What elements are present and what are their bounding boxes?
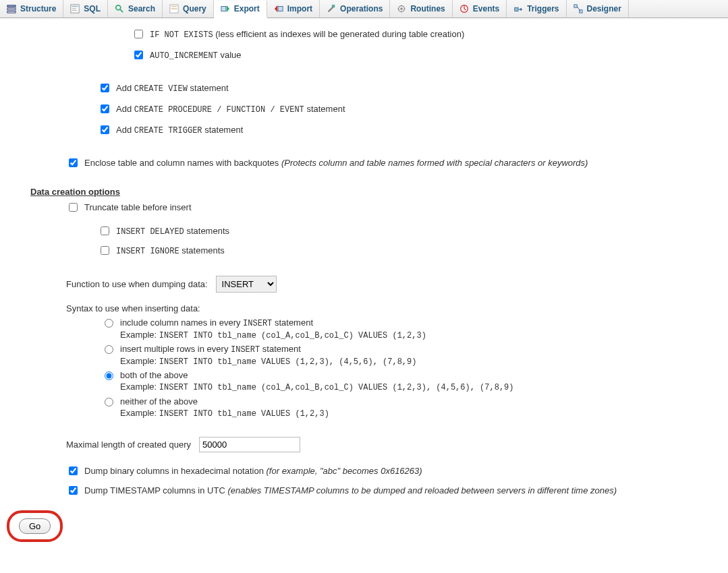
tab-import[interactable]: Import — [267, 0, 320, 18]
max-length-label: Maximal length of created query — [66, 440, 191, 450]
svg-rect-1 — [7, 8, 16, 10]
tab-label: Designer — [587, 4, 621, 13]
create-view-checkbox[interactable] — [101, 84, 109, 92]
tab-label: Triggers — [527, 4, 559, 13]
tab-structure[interactable]: Structure — [0, 0, 63, 18]
svg-rect-13 — [278, 7, 283, 11]
tab-label: Events — [473, 4, 499, 13]
tab-label: SQL — [84, 4, 101, 13]
export-icon — [221, 4, 230, 13]
svg-rect-0 — [7, 5, 16, 7]
tab-label: Query — [183, 4, 206, 13]
tab-query[interactable]: Query — [163, 0, 214, 18]
tab-label: Search — [128, 4, 155, 13]
import-icon — [274, 4, 283, 13]
tab-label: Routines — [410, 4, 445, 13]
syntax-radio-multirow[interactable] — [105, 345, 113, 354]
tab-events[interactable]: Events — [453, 0, 507, 18]
syntax-option-both: both of the above Example: INSERT INTO t… — [120, 370, 514, 393]
create-procedure-checkbox[interactable] — [101, 104, 109, 113]
utc-timestamp-label: Dump TIMESTAMP columns in UTC (enables T… — [84, 485, 617, 495]
dump-function-select[interactable]: INSERT — [216, 276, 277, 293]
svg-rect-14 — [332, 5, 335, 7]
insert-delayed-checkbox[interactable] — [101, 227, 109, 235]
search-icon — [115, 4, 124, 13]
syntax-option-colnames: include column names in every INSERT sta… — [120, 318, 426, 341]
tab-search[interactable]: Search — [108, 0, 163, 18]
tab-label: Operations — [340, 4, 383, 13]
sql-icon — [70, 4, 80, 13]
data-creation-heading: Data creation options — [30, 187, 728, 197]
if-not-exists-checkbox[interactable] — [134, 30, 143, 38]
routines-icon — [397, 4, 406, 13]
operations-icon — [327, 4, 336, 13]
backquotes-checkbox[interactable] — [69, 158, 78, 167]
hex-columns-checkbox[interactable] — [69, 466, 78, 475]
tab-sql[interactable]: SQL — [63, 0, 108, 18]
create-view-label: Add CREATE VIEW statement — [116, 83, 229, 94]
svg-point-16 — [401, 7, 403, 10]
tab-operations[interactable]: Operations — [320, 0, 390, 18]
export-options: IF NOT EXISTS (less efficient as indexes… — [0, 18, 728, 562]
syntax-option-multirow: insert multiple rows in every INSERT sta… — [120, 344, 416, 367]
events-icon — [459, 4, 469, 13]
truncate-checkbox[interactable] — [69, 203, 78, 212]
tab-label: Structure — [20, 4, 56, 13]
svg-rect-5 — [72, 8, 76, 9]
query-icon — [169, 4, 179, 13]
svg-rect-21 — [573, 5, 576, 7]
svg-rect-12 — [221, 7, 226, 11]
backquotes-label: Enclose table and column names with back… — [84, 158, 588, 168]
utc-timestamp-checkbox[interactable] — [69, 486, 78, 495]
insert-ignore-label: INSERT IGNORE statements — [116, 245, 225, 256]
svg-rect-20 — [515, 7, 518, 11]
auto-increment-checkbox[interactable] — [134, 51, 143, 59]
go-highlight: Go — [7, 510, 63, 542]
svg-rect-6 — [72, 10, 78, 11]
designer-icon — [573, 4, 583, 13]
tab-triggers[interactable]: Triggers — [507, 0, 566, 18]
structure-icon — [7, 4, 16, 13]
create-trigger-label: Add CREATE TRIGGER statement — [116, 125, 243, 135]
svg-rect-11 — [171, 8, 177, 9]
tab-bar: Structure SQL Search Query Export Import… — [0, 0, 728, 18]
tab-label: Import — [287, 4, 312, 13]
auto-increment-label: AUTO_INCREMENT value — [150, 50, 242, 61]
tab-designer[interactable]: Designer — [567, 0, 629, 18]
insert-ignore-checkbox[interactable] — [101, 246, 109, 255]
insert-delayed-label: INSERT DELAYED statements — [116, 226, 229, 237]
syntax-label: Syntax to use when inserting data: — [66, 303, 200, 313]
truncate-label: Truncate table before insert — [84, 202, 192, 212]
create-procedure-label: Add CREATE PROCEDURE / FUNCTION / EVENT … — [116, 104, 345, 115]
syntax-radio-colnames[interactable] — [105, 319, 113, 328]
max-length-input[interactable] — [199, 437, 300, 452]
dump-function-label: Function to use when dumping data: — [66, 279, 208, 289]
svg-rect-2 — [7, 11, 16, 13]
create-trigger-checkbox[interactable] — [101, 125, 109, 134]
triggers-icon — [513, 4, 523, 13]
hex-columns-label: Dump binary columns in hexadecimal notat… — [84, 466, 422, 476]
syntax-radio-both[interactable] — [105, 371, 113, 380]
tab-label: Export — [234, 4, 260, 13]
go-button[interactable]: Go — [19, 518, 51, 534]
if-not-exists-label: IF NOT EXISTS (less efficient as indexes… — [150, 29, 464, 40]
tab-routines[interactable]: Routines — [390, 0, 452, 18]
svg-rect-10 — [171, 6, 177, 7]
svg-line-8 — [120, 9, 123, 12]
syntax-option-neither: neither of the above Example: INSERT INT… — [120, 396, 329, 419]
syntax-radio-neither[interactable] — [105, 398, 113, 406]
svg-rect-4 — [72, 6, 78, 7]
svg-line-23 — [577, 7, 580, 11]
tab-export[interactable]: Export — [214, 1, 267, 18]
svg-point-7 — [116, 5, 121, 10]
